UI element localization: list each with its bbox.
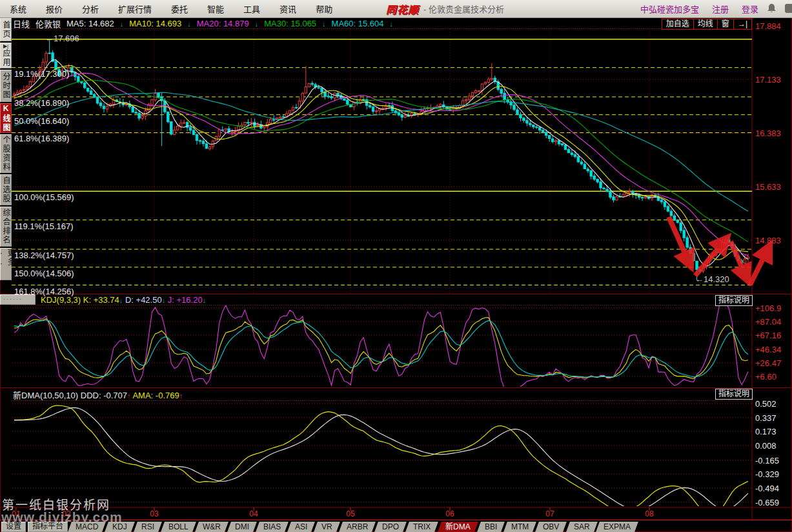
- sidebar-item-综合排名[interactable]: 综合排名: [0, 207, 12, 247]
- down-arrow-icon: ↓: [187, 20, 191, 28]
- sidebar-item-应用[interactable]: ▶|应用: [0, 43, 12, 68]
- sidebar-item-label: 更多··: [0, 249, 15, 280]
- tab-OBV[interactable]: OBV: [535, 522, 567, 532]
- ma-value-4: MA60: 15.604: [332, 19, 384, 28]
- menu-right-links: 中弘碰瓷加多宝注册登录: [640, 0, 758, 17]
- fib-level-label: 138.2%(14.757): [14, 251, 74, 260]
- tab-W&R[interactable]: W&R: [195, 522, 228, 532]
- tab-label: DMI: [235, 522, 249, 532]
- menu-item-0[interactable]: 系统: [0, 3, 36, 15]
- dma-ama-value: AMA: -0.769: [132, 391, 179, 400]
- down-arrow-icon: ↓: [322, 20, 326, 28]
- kline-header: 日线 伦敦银 MA5: 14.682↓MA10: 14.693↓MA20: 14…: [13, 19, 393, 28]
- app-window: 系统报价分析扩展行情委托智能工具资讯帮助 同花顺 - 伦敦贵金属技术分析 中弘碰…: [0, 0, 792, 532]
- symbol-label[interactable]: 伦敦银: [36, 17, 61, 30]
- dma-axis-label: -0.165: [755, 456, 779, 466]
- fib-level-label: 100.0%(15.569): [14, 192, 74, 202]
- tab-DPO[interactable]: DPO: [375, 522, 407, 532]
- menu-item-1[interactable]: 报价: [36, 3, 72, 15]
- play-icon: ▶|: [3, 44, 8, 49]
- app-logo: 同花顺: [386, 1, 419, 17]
- kline-button-1[interactable]: 均线: [693, 19, 718, 30]
- tab-label: W&R: [203, 522, 221, 532]
- tab-EXPMA[interactable]: EXPMA: [596, 522, 638, 532]
- down-arrow-icon: ↓: [390, 20, 394, 28]
- dma-axis-label: -0.329: [755, 469, 779, 479]
- sidebar-item-自选股[interactable]: 自选股: [0, 174, 12, 205]
- tab-BIAS[interactable]: BIAS: [256, 522, 289, 532]
- tab-label: EXPMA: [604, 522, 631, 532]
- tab-label: BBI: [485, 522, 497, 532]
- sidebar-item-个股资料[interactable]: 个股资料: [0, 134, 12, 173]
- dma-axis-label: 0.173: [755, 427, 777, 436]
- kdj-k-value: K: +33.74: [83, 295, 119, 305]
- price-axis-label: 17.884: [755, 21, 781, 31]
- menu-link-1[interactable]: 注册: [712, 3, 729, 15]
- fib-level-label: 19.1%(17.300): [14, 69, 69, 79]
- month-axis-label: 08: [645, 509, 653, 518]
- window-title-text: - 伦敦贵金属技术分析: [423, 3, 504, 15]
- tab-TRIX[interactable]: TRIX: [406, 522, 439, 532]
- kline-button-3[interactable]: →|: [733, 19, 752, 30]
- corner-icon[interactable]: [785, 4, 792, 13]
- tab-BOLL[interactable]: BOLL: [161, 522, 196, 532]
- tab-label: TRIX: [413, 522, 431, 532]
- tab-label: ASI: [295, 522, 307, 532]
- menu-item-7[interactable]: 资讯: [270, 3, 306, 15]
- menu-item-2[interactable]: 分析: [72, 3, 108, 15]
- dma-axis-label: 0.337: [755, 413, 777, 423]
- fib-level-label: 119.1%(15.167): [14, 221, 74, 231]
- kdj-axis-label: +67.16: [755, 331, 781, 340]
- tab-DMI[interactable]: DMI: [227, 522, 257, 532]
- watermark-line2: www.diyizby.com: [1, 509, 123, 525]
- tab-label: OBV: [543, 522, 559, 532]
- month-axis-label: 03: [150, 509, 158, 518]
- kdj-axis-label: +87.04: [755, 317, 781, 327]
- dma-ddd-value: DDD: -0.707: [81, 391, 127, 400]
- tab-label: VR: [321, 522, 332, 532]
- tab-label: MTM: [511, 522, 529, 532]
- menu-link-2[interactable]: 登录: [742, 3, 758, 15]
- sidebar-item-首页[interactable]: 首页: [0, 18, 12, 41]
- price-axis-label: 14.883: [755, 236, 781, 245]
- tab-VR[interactable]: VR: [314, 522, 340, 532]
- month-axis-label: 07: [545, 509, 554, 518]
- down-arrow-icon: ↓: [203, 296, 207, 304]
- sidebar-item-分时图[interactable]: 分时图: [0, 70, 12, 102]
- tab-ASI[interactable]: ASI: [287, 522, 315, 532]
- kline-button-0[interactable]: 加自选: [662, 19, 694, 30]
- menu-item-5[interactable]: 智能: [198, 3, 234, 15]
- dma-axis-label: -0.494: [755, 484, 779, 493]
- dma-indicator-help-button[interactable]: 指标说明: [715, 389, 753, 400]
- menu-item-6[interactable]: 工具: [234, 3, 270, 15]
- fib-level-label: 61.8%(16.389): [14, 134, 69, 143]
- tab-MTM[interactable]: MTM: [503, 522, 536, 532]
- sidebar-item-K线图[interactable]: K线图: [0, 103, 12, 133]
- sidebar-item-label: 个股资料: [1, 136, 10, 172]
- kdj-indicator-help-button[interactable]: 指标说明: [715, 295, 753, 306]
- kline-header-buttons: 加自选均线窗→|: [662, 19, 752, 30]
- bell-icon[interactable]: [767, 3, 777, 16]
- tab-新DMA[interactable]: 新DMA: [438, 522, 478, 532]
- sidebar-handle[interactable]: ······: [0, 294, 36, 305]
- sidebar-item-label: 应用: [1, 49, 10, 67]
- down-arrow-icon: ↓: [162, 296, 166, 304]
- kdj-axis-label: +106.9: [755, 303, 781, 313]
- kdj-j-value: J: +16.20: [168, 295, 203, 305]
- tab-BBI[interactable]: BBI: [477, 522, 505, 532]
- kline-button-2[interactable]: 窗: [717, 19, 734, 30]
- ma-value-2: MA20: 14.879: [197, 19, 249, 28]
- tab-RSI[interactable]: RSI: [134, 522, 162, 532]
- tab-ARBR[interactable]: ARBR: [339, 522, 376, 532]
- tab-SAR[interactable]: SAR: [566, 522, 598, 532]
- menu-item-8[interactable]: 帮助: [306, 3, 342, 15]
- sidebar-item-更多··[interactable]: 更多··: [0, 248, 12, 280]
- sidebar-item-label: 综合排名: [1, 209, 10, 245]
- tab-label: 新DMA: [445, 522, 471, 532]
- down-arrow-icon: ↓: [255, 20, 259, 28]
- menu-item-4[interactable]: 委托: [161, 3, 198, 15]
- menu-link-0[interactable]: 中弘碰瓷加多宝: [640, 3, 699, 15]
- menu-item-3[interactable]: 扩展行情: [108, 3, 161, 15]
- app-title: 同花顺 - 伦敦贵金属技术分析: [386, 0, 504, 17]
- period-label[interactable]: 日线: [13, 17, 30, 30]
